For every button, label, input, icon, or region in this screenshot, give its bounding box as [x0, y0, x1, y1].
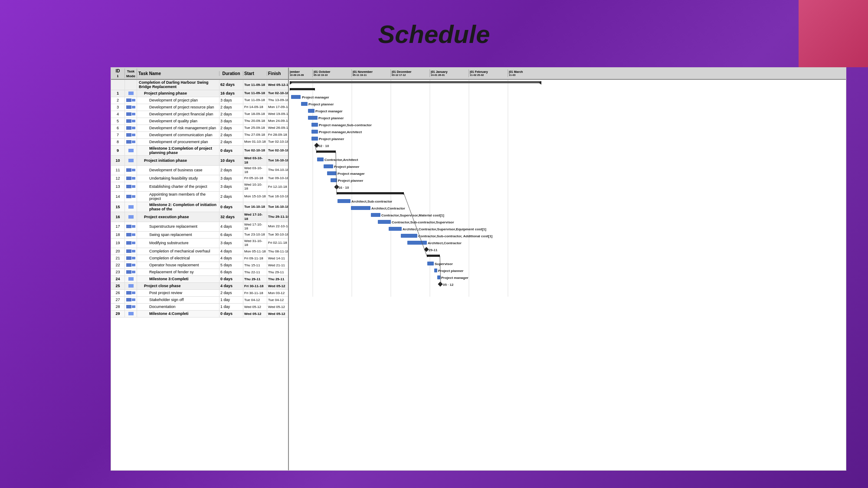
- svg-rect-56: [407, 241, 427, 245]
- svg-text:Project planner: Project planner: [334, 165, 359, 169]
- cell-mode: [125, 297, 137, 303]
- cell-finish: Tue 16-10-18: [267, 202, 288, 212]
- cell-dur: 2 days: [219, 290, 243, 296]
- svg-text:Project planner: Project planner: [319, 137, 344, 141]
- cell-mode: [125, 222, 137, 231]
- svg-rect-44: [337, 199, 350, 203]
- cell-name: Milestone 3:Completi: [137, 276, 219, 282]
- cell-dur: 6 days: [219, 232, 243, 238]
- cell-finish: Thu 04-10-18: [267, 166, 288, 175]
- cell-id: 15: [111, 202, 125, 212]
- cell-name: Development of risk management plan: [137, 125, 219, 131]
- cell-mode: [125, 283, 137, 289]
- svg-rect-48: [371, 213, 380, 217]
- cell-finish: Mon 17-09-18: [267, 104, 288, 111]
- cell-dur: 3 days: [219, 182, 243, 191]
- cell-start: Fri 30-11-18: [243, 283, 267, 289]
- cell-id: 10: [111, 156, 125, 165]
- cell-id: 20: [111, 248, 125, 255]
- cell-id: 17: [111, 222, 125, 231]
- cell-name: Completion of electrical: [137, 255, 219, 262]
- cell-mode: [125, 276, 137, 282]
- task-row: 2Development of project plan3 daysTue 11…: [111, 97, 288, 104]
- cell-start: Thu 22-11: [243, 269, 267, 275]
- col-dur-header: Duration: [219, 71, 243, 76]
- cell-dur: 10 days: [219, 156, 243, 165]
- cell-id: 1: [111, 90, 125, 97]
- cell-dur: 3 days: [219, 175, 243, 182]
- task-row: 21Completion of electrical4 daysFri 09-1…: [111, 255, 288, 262]
- svg-rect-37: [331, 178, 337, 182]
- cell-dur: 4 days: [219, 255, 243, 262]
- task-row: 20Completion of mechanical overhaul4 day…: [111, 248, 288, 255]
- cell-id: 29: [111, 311, 125, 317]
- cell-dur: 1 day: [219, 304, 243, 310]
- cell-dur: 6 days: [219, 269, 243, 275]
- svg-rect-22: [311, 130, 318, 134]
- cell-start: Fri 14-09-18: [243, 104, 267, 111]
- cell-id: 6: [111, 125, 125, 131]
- cell-mode: [125, 97, 137, 104]
- page-title: Schedule: [0, 0, 868, 57]
- cell-dur: 3 days: [219, 118, 243, 124]
- cell-dur: 62 days: [219, 80, 243, 90]
- cell-start: Tue 11-09-18: [243, 90, 267, 97]
- cell-name: Project close phase: [137, 283, 219, 289]
- svg-rect-65: [434, 269, 437, 272]
- cell-start: Wed 05-12: [243, 304, 267, 310]
- svg-rect-35: [327, 171, 337, 175]
- cell-start: Tue 25-09-18: [243, 125, 267, 131]
- cell-dur: 2 days: [219, 166, 243, 175]
- col-id-header: ID ℹ: [111, 69, 125, 78]
- gantt-month-nov: |01 November05-11 19-11: [352, 69, 391, 77]
- svg-text:Project manager: Project manager: [302, 95, 329, 99]
- cell-name: Post project review: [137, 290, 219, 296]
- cell-mode: [125, 125, 137, 131]
- svg-text:02 · 10: 02 · 10: [318, 144, 329, 148]
- task-row: 28Documentation1 dayWed 05-12Wed 05-12: [111, 304, 288, 311]
- cell-id: 11: [111, 166, 125, 175]
- cell-dur: 2 days: [219, 139, 243, 145]
- cell-id: 18: [111, 232, 125, 238]
- task-row: 26Post project review2 daysFri 30-11-18M…: [111, 290, 288, 297]
- cell-name: Documentation: [137, 304, 219, 310]
- cell-name: Replacement of fender sy: [137, 269, 219, 275]
- cell-mode: [125, 212, 137, 221]
- cell-mode: [125, 118, 137, 124]
- cell-id: 23: [111, 269, 125, 275]
- gantt-header: |ember10-09 24-09 |01 October05-10 19-10…: [289, 68, 846, 80]
- task-row: 29Milestone 4:Completi0 daysWed 05-12Wed…: [111, 311, 288, 318]
- svg-text:29-11: 29-11: [429, 248, 438, 252]
- svg-rect-14: [301, 102, 308, 106]
- gantt-month-mar: |01 March11-03: [508, 69, 547, 77]
- cell-finish: Wed 05-12: [267, 304, 288, 310]
- cell-name: Swing span replacement: [137, 232, 219, 238]
- svg-rect-31: [317, 157, 324, 161]
- svg-rect-54: [401, 234, 417, 238]
- cell-dur: 2 days: [219, 125, 243, 131]
- cell-dur: 3 days: [219, 97, 243, 104]
- gantt-month-oct: |01 October05-10 19-10: [313, 69, 352, 77]
- cell-start: Tue 02-10-18: [243, 146, 267, 156]
- cell-mode: [125, 175, 137, 182]
- svg-text:Architect,Contractor: Architect,Contractor: [371, 206, 405, 210]
- cell-start: Fri 05-10-18: [243, 175, 267, 182]
- cell-start: Wed 31-10-18: [243, 239, 267, 248]
- cell-dur: 4 days: [219, 248, 243, 255]
- svg-rect-69: [438, 282, 442, 286]
- cell-mode: [125, 232, 137, 238]
- cell-id: [111, 80, 125, 90]
- cell-id: 22: [111, 262, 125, 269]
- cell-id: 4: [111, 111, 125, 118]
- cell-start: Tue 16-10-18: [243, 202, 267, 212]
- cell-mode: [125, 166, 137, 175]
- cell-mode: [125, 311, 137, 317]
- cell-finish: Wed 05-12: [267, 283, 288, 289]
- svg-rect-58: [424, 247, 429, 252]
- table-header: ID ℹ Task Mode Task Name Duration Start …: [111, 68, 288, 80]
- cell-id: 9: [111, 146, 125, 156]
- cell-dur: 1 day: [219, 297, 243, 303]
- cell-id: 16: [111, 212, 125, 221]
- svg-rect-6: [290, 81, 541, 83]
- cell-name: Operator house replacement: [137, 262, 219, 269]
